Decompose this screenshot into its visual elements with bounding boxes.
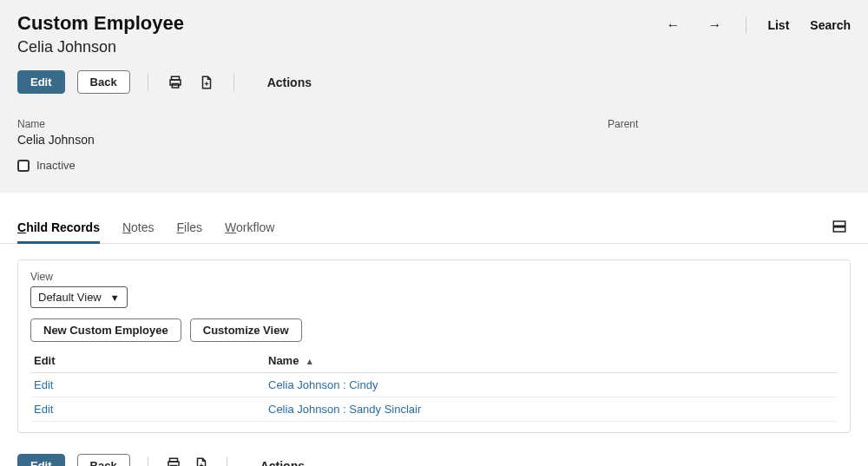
tab-files[interactable]: Files bbox=[177, 212, 203, 243]
row-name-link[interactable]: Celia Johnson : Cindy bbox=[268, 378, 378, 391]
tab-label-rest: otes bbox=[131, 220, 154, 234]
tab-label-rest: orkflow bbox=[236, 220, 274, 234]
view-select[interactable]: Default View ▼ bbox=[30, 286, 128, 308]
back-button-bottom[interactable]: Back bbox=[77, 454, 130, 466]
inactive-checkbox[interactable] bbox=[17, 160, 30, 172]
divider bbox=[746, 16, 746, 34]
back-button[interactable]: Back bbox=[77, 70, 130, 94]
col-name-label: Name bbox=[268, 354, 299, 367]
sort-asc-icon: ▴ bbox=[307, 356, 312, 366]
divider bbox=[148, 74, 148, 91]
tab-label: W bbox=[225, 220, 236, 234]
new-document-icon[interactable] bbox=[197, 73, 216, 92]
tab-label-rest: iles bbox=[184, 220, 202, 234]
print-icon[interactable] bbox=[166, 73, 185, 92]
nav-back-arrow[interactable]: ← bbox=[662, 16, 683, 35]
tabs-layout-icon[interactable] bbox=[828, 215, 851, 240]
row-name-link[interactable]: Celia Johnson : Sandy Sinclair bbox=[268, 403, 421, 416]
tab-notes[interactable]: Notes bbox=[122, 212, 155, 243]
page-subtitle: Celia Johnson bbox=[17, 38, 184, 56]
view-label: View bbox=[30, 271, 838, 283]
chevron-down-icon: ▼ bbox=[110, 292, 120, 303]
svg-rect-3 bbox=[833, 221, 845, 226]
col-edit-header[interactable]: Edit bbox=[30, 349, 265, 373]
customize-view-button[interactable]: Customize View bbox=[190, 318, 302, 342]
tab-workflow[interactable]: Workflow bbox=[225, 212, 274, 243]
tab-label-rest: hild Records bbox=[26, 220, 100, 234]
nav-list[interactable]: List bbox=[767, 18, 789, 32]
tab-label: F bbox=[177, 220, 185, 234]
table-row: Edit Celia Johnson : Sandy Sinclair bbox=[30, 397, 838, 422]
parent-field-label: Parent bbox=[608, 118, 851, 130]
new-document-icon[interactable] bbox=[194, 456, 209, 466]
child-records-table: Edit Name ▴ Edit Celia Johnson : Cindy E… bbox=[30, 349, 838, 422]
row-edit-link[interactable]: Edit bbox=[34, 378, 53, 391]
print-icon[interactable] bbox=[166, 456, 181, 466]
tab-label: N bbox=[122, 220, 131, 234]
row-edit-link[interactable]: Edit bbox=[34, 403, 53, 416]
page-title: Custom Employee bbox=[17, 12, 184, 35]
view-selected-value: Default View bbox=[38, 291, 102, 304]
child-records-panel: View Default View ▼ New Custom Employee … bbox=[17, 259, 851, 433]
name-field-value: Celia Johnson bbox=[17, 133, 608, 147]
inactive-label: Inactive bbox=[36, 159, 76, 172]
edit-button[interactable]: Edit bbox=[17, 70, 65, 94]
actions-menu-bottom[interactable]: Actions bbox=[260, 459, 305, 467]
col-name-header[interactable]: Name ▴ bbox=[265, 349, 838, 373]
svg-rect-4 bbox=[833, 226, 845, 231]
divider bbox=[227, 457, 227, 467]
new-custom-employee-button[interactable]: New Custom Employee bbox=[30, 318, 181, 342]
divider bbox=[148, 457, 148, 467]
nav-search[interactable]: Search bbox=[810, 18, 851, 32]
table-row: Edit Celia Johnson : Cindy bbox=[30, 373, 838, 397]
tab-label: C bbox=[17, 220, 26, 234]
tab-child-records[interactable]: Child Records bbox=[17, 212, 100, 243]
divider bbox=[233, 74, 234, 91]
name-field-label: Name bbox=[17, 118, 608, 130]
nav-forward-arrow[interactable]: → bbox=[704, 16, 725, 35]
actions-menu[interactable]: Actions bbox=[267, 75, 312, 89]
edit-button-bottom[interactable]: Edit bbox=[17, 454, 65, 466]
